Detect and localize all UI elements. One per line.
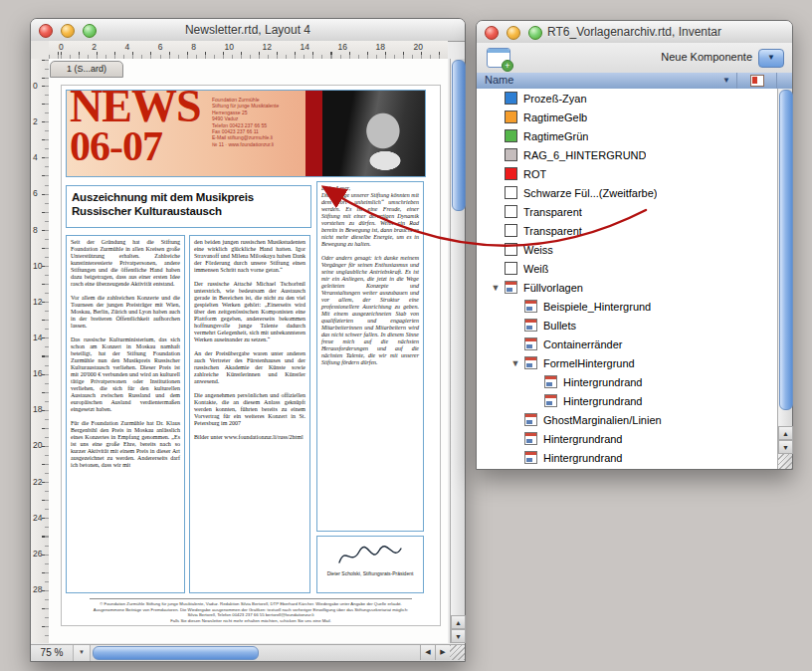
ruler-number: 18 xyxy=(33,404,42,414)
list-item[interactable]: Transparent xyxy=(477,202,777,221)
list-item[interactable]: Beispiele_Hintergrund xyxy=(477,297,777,316)
list-item[interactable]: RAG_6_HINTERGRUND xyxy=(477,145,777,164)
color-swatch xyxy=(505,224,517,237)
list-item-label: Transparent xyxy=(523,206,582,218)
ruler-number: 8 xyxy=(33,225,42,235)
body-column-1[interactable]: Seit der Gründung hat die Stiftung Found… xyxy=(66,235,185,593)
header-stub xyxy=(777,73,792,89)
component-icon xyxy=(524,356,537,369)
list-item[interactable]: ROT xyxy=(477,164,777,183)
list-item[interactable]: Containerränder xyxy=(477,335,777,353)
horizontal-scrollbar[interactable] xyxy=(91,645,420,661)
list-item[interactable]: Prozeß-Zyan xyxy=(477,89,777,108)
list-item[interactable]: RagtimeGrün xyxy=(477,126,777,145)
list-item-label: Weiss xyxy=(523,244,553,256)
list-item[interactable]: Hintergrundrand xyxy=(477,372,777,391)
close-button[interactable] xyxy=(485,26,499,40)
list-item[interactable]: GhostMarginalien/Linien xyxy=(477,410,777,429)
resize-grip[interactable] xyxy=(777,454,792,469)
list-item[interactable]: Hintergrundrand xyxy=(477,448,777,467)
masthead-frame[interactable]: NEWS 06-07 Foundation Zurmühle Stiftung … xyxy=(66,90,426,177)
component-icon xyxy=(505,281,517,294)
zoom-popup-button[interactable]: ▼ xyxy=(74,645,91,661)
list-header[interactable]: Name ▼ xyxy=(477,73,792,90)
color-swatch xyxy=(505,167,517,180)
scroll-down-button[interactable]: ▼ xyxy=(778,440,793,454)
minimize-button[interactable] xyxy=(507,26,520,40)
scroll-right-button[interactable]: ▶ xyxy=(435,645,450,660)
component-icon xyxy=(524,413,537,426)
sort-indicator-icon: ▼ xyxy=(722,73,730,88)
list-item[interactable]: Füllvorlagen xyxy=(477,278,777,297)
signature-caption: Dieter Scholski, Stiftungsrats-Präsident xyxy=(317,570,423,576)
ruler-number: 26 xyxy=(33,549,42,559)
column-header-name[interactable]: Name ▼ xyxy=(477,73,736,89)
new-component-icon[interactable] xyxy=(487,48,510,68)
color-swatch xyxy=(505,186,517,199)
list-item[interactable]: Schwarze Fül...(Zweitfarbe) xyxy=(477,183,777,202)
inventory-window: RT6_Vorlagenarchiv.rtd, Inventar Neue Ko… xyxy=(476,20,793,470)
headline-frame[interactable]: Auszeichnung mit dem Musikpreis Russisch… xyxy=(66,185,311,228)
horizontal-ruler: 02468101214161820 xyxy=(49,41,448,60)
list-item[interactable]: RagtimeGelb xyxy=(477,108,777,126)
ruler-number: 16 xyxy=(337,42,346,52)
list-item[interactable]: Weiss xyxy=(477,240,777,259)
scroll-up-button[interactable]: ▲ xyxy=(778,426,793,440)
vertical-scrollbar[interactable]: ▲ ▼ xyxy=(450,59,465,643)
scroll-thumb[interactable] xyxy=(452,60,466,211)
list-item-label: Transparent xyxy=(523,225,582,237)
newsletter-window: Newsletter.rtd, Layout 4 024681012141618… xyxy=(30,18,466,662)
editorial-column[interactable]: Liebe Leser, Die Erfolge unserer Stiftun… xyxy=(316,181,424,532)
scroll-down-button[interactable]: ▼ xyxy=(451,629,466,643)
vertical-scrollbar[interactable]: ▲ ▼ xyxy=(777,89,792,469)
minimize-button[interactable] xyxy=(61,24,75,38)
list-item[interactable]: Hintergrundrand xyxy=(477,429,777,448)
ruler-number: 6 xyxy=(33,188,42,198)
component-column-header[interactable] xyxy=(737,73,776,89)
signature-image xyxy=(335,543,405,568)
resize-grip[interactable] xyxy=(450,645,465,660)
list-item[interactable]: FormelHintergrund xyxy=(477,353,777,372)
ruler-number: 12 xyxy=(262,42,271,52)
ruler-number: 20 xyxy=(33,440,42,450)
vertical-ruler: 0246810121416182022242628 xyxy=(31,59,50,643)
color-swatch xyxy=(505,129,517,142)
list-item-label: GhostMarginalien/Linien xyxy=(543,414,662,426)
close-button[interactable] xyxy=(39,24,53,38)
component-icon xyxy=(524,300,537,313)
list-item-label: Hintergrundrand xyxy=(563,395,643,407)
list-item-label: ROT xyxy=(523,168,546,180)
zoom-button[interactable] xyxy=(528,26,542,40)
new-component-popup-button[interactable]: ▼ xyxy=(758,49,784,68)
portrait-photo xyxy=(322,91,426,177)
list-item[interactable]: Transparent xyxy=(477,221,777,240)
list-item[interactable]: Weiß xyxy=(477,259,777,278)
zoom-button[interactable] xyxy=(83,24,97,38)
list-item[interactable]: Hintergrundrand xyxy=(477,391,777,410)
masthead-info: Foundation Zurmühle Stiftung für junge M… xyxy=(212,97,304,147)
scroll-up-button[interactable]: ▲ xyxy=(451,615,466,629)
ruler-number: 10 xyxy=(224,42,233,52)
scroll-left-button[interactable]: ◀ xyxy=(420,645,435,660)
disclosure-triangle-icon[interactable] xyxy=(508,358,522,368)
desktop: Newsletter.rtd, Layout 4 024681012141618… xyxy=(0,0,812,671)
newsletter-titlebar[interactable]: Newsletter.rtd, Layout 4 xyxy=(31,19,465,42)
list-item[interactable]: Bullets xyxy=(477,316,777,335)
component-icon xyxy=(524,319,537,332)
signature-frame[interactable]: Dieter Scholski, Stiftungsrats-Präsident xyxy=(316,536,424,593)
component-icon xyxy=(524,337,537,350)
list-item-label: Containerränder xyxy=(543,338,623,350)
status-zoom[interactable]: 75 % xyxy=(31,645,74,661)
masthead-red-bar xyxy=(305,91,322,177)
page-tab[interactable]: 1 (S...ard) xyxy=(50,61,123,78)
disclosure-triangle-icon[interactable] xyxy=(489,283,503,293)
list-item-label: RagtimeGelb xyxy=(523,112,587,123)
body-column-2[interactable]: den beiden jungen russischen Musikstuden… xyxy=(189,235,310,593)
inventory-titlebar[interactable]: RT6_Vorlagenarchiv.rtd, Inventar xyxy=(477,21,792,44)
status-bar: 75 % ▼ ◀ ▶ xyxy=(31,644,465,661)
list-item-label: Hintergrundrand xyxy=(543,452,623,464)
component-icon xyxy=(544,394,557,407)
ruler-number: 12 xyxy=(33,297,42,307)
scroll-thumb[interactable] xyxy=(93,646,259,660)
scroll-thumb[interactable] xyxy=(779,90,793,410)
